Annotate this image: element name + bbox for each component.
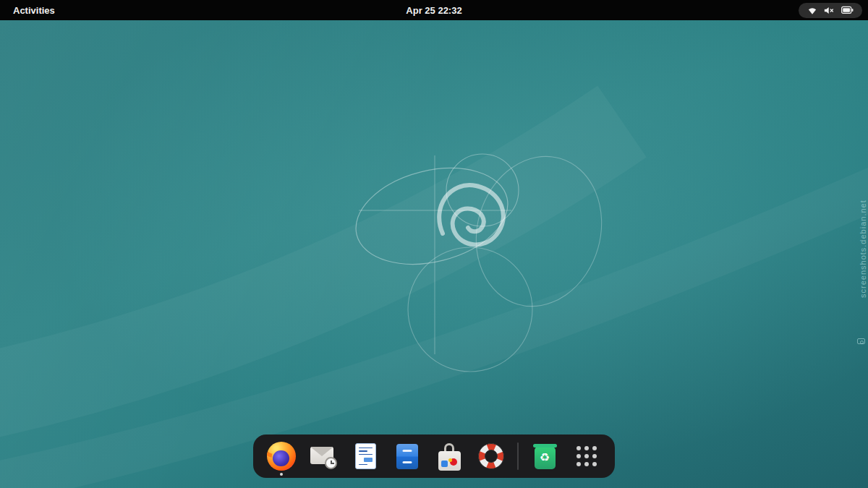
wifi-icon [807, 6, 817, 15]
battery-icon [841, 6, 854, 14]
document-image-block [364, 458, 373, 461]
firefox-icon [267, 442, 296, 471]
gnome-software-icon [435, 442, 464, 471]
dock-item-app-grid[interactable] [566, 436, 608, 476]
app-grid-icon [576, 446, 597, 466]
wallpaper: screenshots.debian.net [0, 20, 868, 488]
volume-muted-icon [824, 6, 835, 15]
firefox-globe [273, 450, 289, 466]
clock-button[interactable]: Apr 25 22:32 [397, 3, 470, 18]
dock-item-files[interactable] [386, 436, 428, 476]
dock: ♻ [253, 435, 615, 478]
dock-item-firefox[interactable] [260, 436, 302, 476]
watermark-label: screenshots.debian.net [859, 163, 867, 334]
debian-swirl-artwork [0, 20, 868, 488]
dock-item-software[interactable] [428, 436, 470, 476]
dock-item-help[interactable] [470, 436, 512, 476]
dock-separator [517, 442, 519, 470]
dock-item-evolution[interactable] [302, 436, 344, 476]
shopping-bag [438, 451, 461, 471]
clock-overlay-icon [325, 457, 337, 469]
running-indicator [280, 473, 283, 476]
gnome-files-icon [396, 444, 418, 469]
activities-button[interactable]: Activities [4, 3, 64, 18]
camera-icon [857, 338, 865, 344]
recycle-glyph: ♻ [540, 452, 550, 463]
trash-icon: ♻ [535, 447, 556, 469]
evolution-mail-icon [309, 442, 338, 471]
libreoffice-writer-icon [355, 443, 376, 469]
dock-item-trash[interactable]: ♻ [524, 436, 566, 476]
desktop: Activities Apr 25 22:32 [0, 0, 868, 488]
dock-item-libreoffice-writer[interactable] [344, 436, 386, 476]
top-bar: Activities Apr 25 22:32 [0, 0, 868, 20]
system-tray[interactable] [799, 3, 862, 18]
help-lifebuoy-icon [477, 442, 506, 471]
